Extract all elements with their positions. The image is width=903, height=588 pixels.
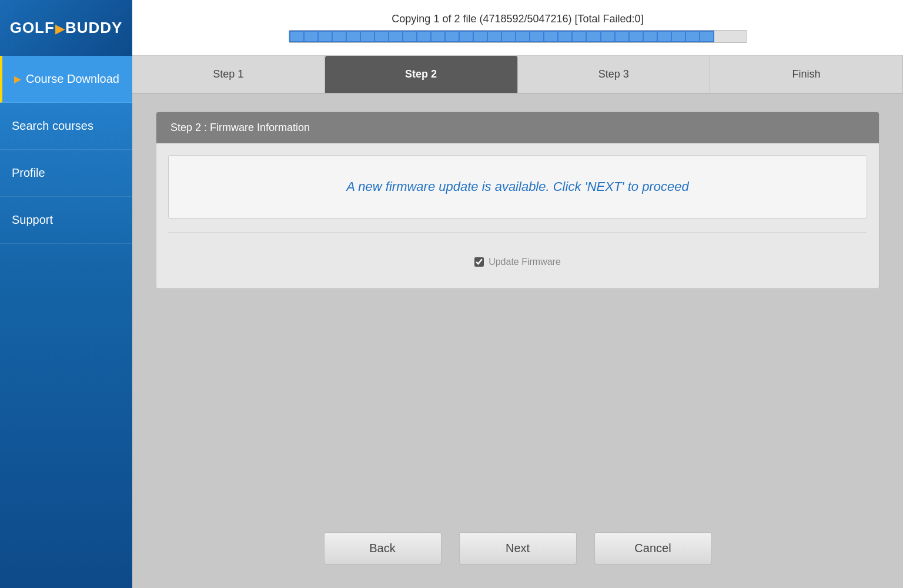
logo-buddy: BUDDY bbox=[65, 19, 122, 36]
progress-segment bbox=[403, 32, 416, 41]
firmware-message-box: A new firmware update is available. Clic… bbox=[168, 155, 867, 219]
main-layout: ▶ Course Download Search courses Profile… bbox=[0, 56, 903, 588]
progress-segment bbox=[530, 32, 543, 41]
progress-segment bbox=[658, 32, 671, 41]
logo-icon: ▶ bbox=[55, 22, 65, 35]
tab-finish[interactable]: Finish bbox=[710, 56, 903, 93]
bottom-buttons: Back Next Cancel bbox=[132, 515, 903, 588]
progress-segment bbox=[700, 32, 713, 41]
logo: GOLF▶BUDDY bbox=[0, 0, 132, 56]
sidebar-item-profile[interactable]: Profile bbox=[0, 150, 132, 197]
sidebar-item-label: Profile bbox=[12, 166, 45, 180]
top-center: Copying 1 of 2 file (4718592/5047216) [T… bbox=[132, 13, 903, 43]
sidebar-item-label: Search courses bbox=[12, 119, 93, 133]
checkbox-area: Update Firmware bbox=[168, 247, 867, 277]
progress-segment bbox=[672, 32, 685, 41]
progress-bar-container bbox=[289, 30, 747, 43]
progress-segment bbox=[389, 32, 402, 41]
logo-text: GOLF▶BUDDY bbox=[10, 19, 123, 37]
step-panel-header: Step 2 : Firmware Information bbox=[156, 112, 879, 143]
progress-segment bbox=[630, 32, 643, 41]
progress-segment bbox=[347, 32, 360, 41]
sidebar-item-label: Support bbox=[12, 213, 53, 227]
progress-segment bbox=[432, 32, 444, 41]
progress-segment bbox=[488, 32, 501, 41]
progress-segment bbox=[474, 32, 487, 41]
step-content: Step 2 : Firmware Information A new firm… bbox=[132, 94, 903, 515]
progress-segment bbox=[319, 32, 332, 41]
progress-segment bbox=[305, 32, 317, 41]
sidebar: ▶ Course Download Search courses Profile… bbox=[0, 56, 132, 588]
progress-segment bbox=[601, 32, 614, 41]
copy-status: Copying 1 of 2 file (4718592/5047216) [T… bbox=[392, 13, 643, 25]
step-panel-body: A new firmware update is available. Clic… bbox=[156, 143, 879, 288]
logo-golf: GOLF bbox=[10, 19, 55, 36]
firmware-message: A new firmware update is available. Clic… bbox=[180, 179, 855, 194]
tabs: Step 1 Step 2 Step 3 Finish bbox=[132, 56, 903, 94]
tab-step2[interactable]: Step 2 bbox=[325, 56, 518, 93]
sidebar-item-search-courses[interactable]: Search courses bbox=[0, 103, 132, 150]
sidebar-item-course-download[interactable]: ▶ Course Download bbox=[0, 56, 132, 103]
update-firmware-label: Update Firmware bbox=[489, 257, 561, 267]
progress-bar-fill bbox=[289, 31, 715, 42]
step-panel: Step 2 : Firmware Information A new firm… bbox=[156, 112, 879, 289]
next-button[interactable]: Next bbox=[459, 532, 577, 565]
cancel-button[interactable]: Cancel bbox=[594, 532, 712, 565]
progress-segment bbox=[417, 32, 430, 41]
progress-segment bbox=[516, 32, 529, 41]
top-bar: GOLF▶BUDDY Copying 1 of 2 file (4718592/… bbox=[0, 0, 903, 56]
progress-segment bbox=[290, 32, 303, 41]
progress-segment bbox=[644, 32, 657, 41]
progress-segment bbox=[573, 32, 586, 41]
progress-segment bbox=[544, 32, 557, 41]
progress-segment bbox=[460, 32, 473, 41]
progress-segment bbox=[558, 32, 571, 41]
progress-segment bbox=[333, 32, 346, 41]
update-firmware-checkbox[interactable] bbox=[474, 257, 484, 267]
progress-segment bbox=[361, 32, 374, 41]
progress-segment bbox=[502, 32, 515, 41]
progress-segment bbox=[446, 32, 459, 41]
progress-segment bbox=[375, 32, 388, 41]
divider bbox=[168, 233, 867, 233]
back-button[interactable]: Back bbox=[324, 532, 442, 565]
progress-segment bbox=[686, 32, 699, 41]
tab-step1[interactable]: Step 1 bbox=[132, 56, 325, 93]
content-area: Step 1 Step 2 Step 3 Finish Step 2 : Fir… bbox=[132, 56, 903, 588]
progress-segment bbox=[587, 32, 600, 41]
sidebar-item-label: Course Download bbox=[26, 72, 119, 86]
tab-step3[interactable]: Step 3 bbox=[518, 56, 711, 93]
sidebar-item-support[interactable]: Support bbox=[0, 197, 132, 244]
progress-segment bbox=[616, 32, 628, 41]
sidebar-arrow-icon: ▶ bbox=[14, 73, 21, 85]
